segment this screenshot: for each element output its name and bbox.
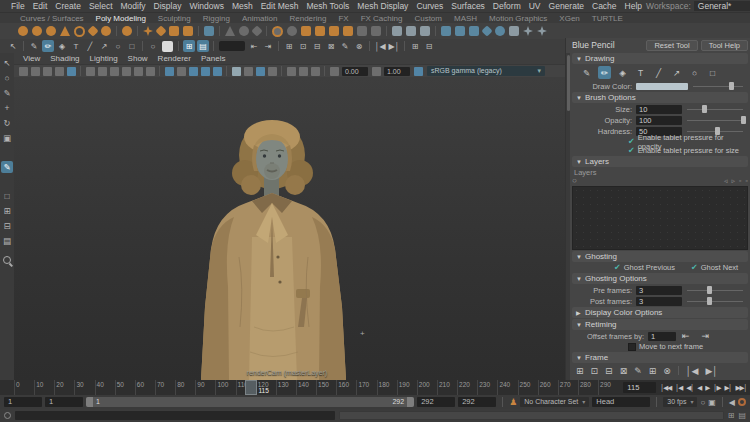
playhead[interactable] (245, 380, 257, 395)
smear-tool-icon[interactable] (537, 26, 547, 36)
rect-tool-icon[interactable]: □ (706, 66, 719, 79)
retime-right-icon[interactable]: ⇥ (262, 40, 274, 52)
scrollbar-thumb[interactable] (567, 55, 570, 111)
reset-tool-button[interactable]: Reset Tool (646, 40, 697, 51)
menu-create[interactable]: Create (51, 1, 85, 11)
sweep-mesh-icon[interactable] (143, 26, 153, 36)
command-history-icon[interactable] (4, 412, 11, 419)
poly-disc-icon[interactable] (101, 26, 111, 36)
shape-fill-icon[interactable]: ○ (147, 40, 159, 52)
workspace-selector[interactable]: General* (694, 1, 750, 11)
size-slider[interactable] (687, 105, 743, 114)
poly-cube-icon[interactable] (32, 26, 42, 36)
bookmarks-icon[interactable] (55, 67, 64, 76)
add-frame-icon[interactable]: ⊞ (576, 366, 584, 376)
paint-select-tool-icon[interactable]: ✎ (1, 87, 13, 99)
step-fwd-frame-button[interactable]: │▶ (712, 384, 722, 392)
eraser-tool-icon[interactable]: ◈ (56, 40, 68, 52)
checkbox-checked-icon[interactable]: ✔ (628, 146, 635, 155)
tab-rigging[interactable]: Rigging (197, 14, 236, 23)
vp-menu-show[interactable]: Show (123, 54, 153, 63)
oval-tool-icon[interactable]: ○ (688, 66, 701, 79)
menu-surfaces[interactable]: Surfaces (447, 1, 489, 11)
size-field[interactable]: 10 (636, 105, 682, 114)
mute-audio-icon[interactable]: ◀ (729, 398, 735, 407)
section-ghosting[interactable]: ▼ Ghosting (572, 251, 748, 262)
platonic-solid-icon[interactable] (122, 26, 132, 36)
vp-menu-view[interactable]: View (18, 54, 45, 63)
quad-draw-icon[interactable] (343, 26, 353, 36)
marker-tool-icon[interactable]: ✏ (42, 40, 54, 52)
opacity-slider[interactable] (687, 116, 743, 125)
section-ghosting-options[interactable]: ▼ Ghosting Options (572, 273, 748, 284)
ghosting-toggle-icon[interactable]: ▤ (197, 40, 209, 52)
scale-tool-icon[interactable]: ▣ (1, 132, 13, 144)
opacity-field[interactable]: 100 (636, 116, 682, 125)
bevel-icon[interactable] (287, 26, 297, 36)
lasso-tool-icon[interactable]: ○ (1, 72, 13, 84)
menu-edit-mesh[interactable]: Edit Mesh (257, 1, 303, 11)
blue-pencil-tool-icon[interactable]: ✎ (1, 161, 13, 173)
text-tool-icon[interactable]: T (70, 40, 82, 52)
export-sketch-icon[interactable]: ⊟ (423, 40, 435, 52)
poly-torus-icon[interactable] (74, 26, 85, 37)
time-ticks[interactable]: 0 10 20 30 40 50 60 70 80 90 100 110 120… (14, 380, 618, 395)
menu-generate[interactable]: Generate (545, 1, 588, 11)
textured-icon[interactable] (189, 67, 198, 76)
character-set-icon[interactable]: ♟ (509, 397, 517, 407)
menu-modify[interactable]: Modify (117, 1, 150, 11)
shaded-icon[interactable] (177, 67, 186, 76)
separate-icon[interactable] (239, 26, 249, 36)
depth-of-field-icon[interactable] (268, 67, 277, 76)
gate-mask-icon[interactable] (122, 67, 131, 76)
play-forwards-button[interactable]: ▶ (704, 384, 711, 392)
draw-color-swatch[interactable] (636, 83, 688, 90)
eraser-tool-icon[interactable]: ◈ (616, 66, 629, 79)
step-back-frame-button[interactable]: ◀│ (685, 384, 695, 392)
field-chart-icon[interactable] (134, 67, 143, 76)
average-vertices-icon[interactable] (441, 26, 451, 36)
layer-mute-icon[interactable]: ◃ (724, 177, 728, 185)
tab-rendering[interactable]: Rendering (283, 14, 332, 23)
arrow-tool-icon[interactable]: ↗ (98, 40, 110, 52)
extract-frame-icon[interactable]: ⊟ (605, 366, 613, 376)
knife-tool-icon[interactable] (523, 26, 533, 36)
anim-snapshot-icon[interactable]: ▣ (708, 398, 716, 407)
oval-tool-icon[interactable]: ○ (112, 40, 124, 52)
booleans-icon[interactable] (204, 26, 214, 36)
rect-tool-icon[interactable]: □ (126, 40, 138, 52)
range-start-handle[interactable] (86, 397, 93, 407)
menu-deform[interactable]: Deform (489, 1, 525, 11)
auto-keyframe-icon[interactable] (738, 398, 746, 406)
prev-frame-icon[interactable]: │◀ (374, 40, 386, 52)
target-weld-icon[interactable] (329, 26, 339, 36)
poly-plane-icon[interactable] (87, 25, 98, 36)
checkbox-unchecked-icon[interactable] (628, 343, 636, 351)
vp-menu-panels[interactable]: Panels (196, 54, 230, 63)
delete-frame-icon[interactable]: ⊗ (353, 40, 365, 52)
step-fwd-key-button[interactable]: ▶│ (723, 384, 733, 392)
resolution-gate-icon[interactable] (110, 67, 119, 76)
grid-toggle-icon[interactable] (86, 67, 95, 76)
section-frame[interactable]: ▼ Frame (572, 352, 748, 363)
grab-tool-icon[interactable] (495, 26, 505, 36)
offset-edge-loop-icon[interactable] (420, 26, 430, 36)
time-slider[interactable]: 0 10 20 30 40 50 60 70 80 90 100 110 120… (0, 380, 750, 395)
safe-action-icon[interactable] (146, 67, 155, 76)
import-sketch-icon[interactable]: ⊞ (409, 40, 421, 52)
joints-xray-icon[interactable] (311, 67, 320, 76)
tab-motion-graphics[interactable]: Motion Graphics (483, 14, 553, 23)
relax-tool-icon[interactable] (481, 25, 492, 36)
select-tool-icon[interactable]: ↖ (1, 57, 13, 69)
fps-dropdown[interactable]: 30 fps ▾ (663, 397, 697, 407)
film-gate-icon[interactable] (98, 67, 107, 76)
smooth-tool-icon[interactable] (469, 26, 479, 36)
panel-scrollbar[interactable] (566, 53, 570, 380)
play-backwards-button[interactable]: ◀ (696, 384, 703, 392)
offset-frames-field[interactable]: 1 (648, 332, 676, 341)
merge-frame-icon[interactable]: ⊠ (620, 366, 628, 376)
rotate-tool-icon[interactable]: ↻ (1, 117, 13, 129)
new-layer-icon[interactable]: ○ (572, 176, 577, 185)
command-line-input[interactable] (15, 411, 335, 420)
pinch-tool-icon[interactable] (509, 26, 519, 36)
